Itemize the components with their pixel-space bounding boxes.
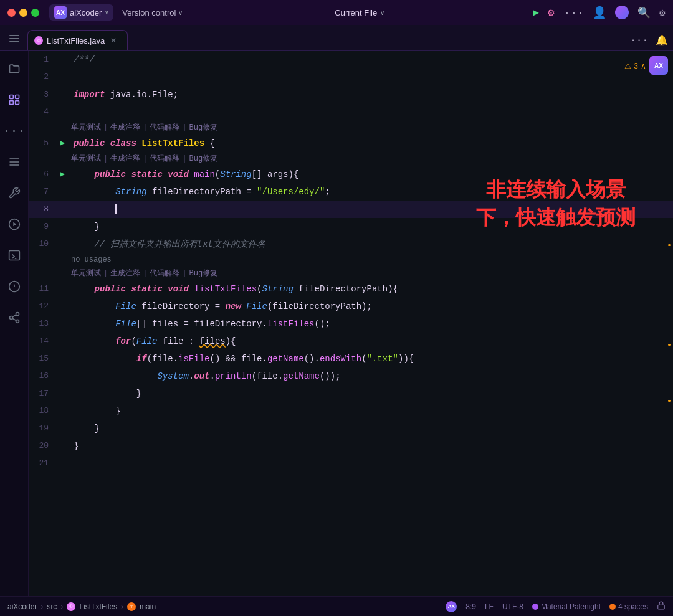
line-content-8 (71, 201, 673, 218)
line-num-16: 16 (29, 367, 59, 385)
line-num-18: 18 (29, 402, 59, 420)
line-content-16: System.out.println(file.getName()); (71, 367, 673, 385)
code-line-2: 2 (29, 69, 673, 86)
run-icon[interactable]: ▶ (533, 6, 539, 19)
close-button[interactable] (7, 9, 16, 17)
status-encoding[interactable]: UTF-8 (502, 602, 523, 611)
run-button-6[interactable]: ▶ (60, 166, 69, 174)
gutter-5[interactable]: ▶ (59, 135, 71, 143)
line-num-8: 8 (29, 201, 59, 218)
annotation-link-unit-test-5[interactable]: 单元测试 (71, 121, 101, 135)
annotation-link-explain-6[interactable]: 代码解释 (150, 152, 179, 166)
annotation-link-explain-10[interactable]: 代码解释 (150, 267, 179, 280)
svg-point-18 (9, 316, 12, 320)
sidebar-item-terminal[interactable] (4, 245, 24, 265)
sidebar-item-problems[interactable] (4, 277, 24, 296)
search-icon[interactable]: 🔍 (637, 6, 651, 19)
code-area[interactable]: ⚠ 3 ∧ ∨ 1 /**/ 2 3 import java.io (29, 51, 673, 472)
svg-rect-5 (9, 101, 13, 105)
sidebar-item-folder[interactable] (4, 59, 24, 78)
sidebar-item-structure[interactable] (4, 90, 24, 110)
nav-up-icon[interactable]: ∧ (641, 57, 646, 75)
annotation-link-gen-comment-5[interactable]: 生成注释 (110, 121, 140, 135)
theme-color-dot (532, 604, 538, 610)
aixcoder-avatar-badge[interactable]: AX (649, 56, 668, 75)
titlebar-center: Current File ∨ (191, 6, 528, 19)
status-indent[interactable]: 4 spaces (609, 602, 648, 611)
settings-icon[interactable]: ⚙ (659, 6, 666, 19)
annotation-link-unit-test-6[interactable]: 单元测试 (71, 152, 101, 166)
gutter-6[interactable]: ▶ (59, 166, 71, 174)
sidebar-toggle-icon[interactable] (5, 29, 24, 48)
code-line-14: 14 for(File file : files){ (29, 333, 673, 350)
aixcoder-status-badge[interactable]: AX (446, 601, 457, 612)
more-menu-icon[interactable]: ··· (563, 6, 584, 20)
svg-point-19 (16, 320, 19, 323)
more-tabs-icon[interactable]: ··· (630, 35, 648, 46)
status-right: AX 8:9 LF UTF-8 Material Palenight 4 spa… (446, 601, 666, 612)
annotation-link-unit-test-10[interactable]: 单元测试 (71, 267, 101, 280)
annotation-row-6: 单元测试 | 生成注释 | 代码解释 | Bug修复 (29, 152, 673, 166)
user-avatar[interactable] (615, 6, 629, 19)
tab-list-txt-files[interactable]: © ListTxtFiles.java ✕ (27, 30, 128, 50)
code-line-7: 7 String fileDirectoryPath = "/Users/edy… (29, 183, 673, 201)
annotation-link-bug-fix-10[interactable]: Bug修复 (189, 267, 218, 280)
annotation-link-explain-5[interactable]: 代码解释 (150, 121, 179, 135)
svg-rect-2 (9, 41, 19, 42)
line-num-17: 17 (29, 385, 59, 402)
version-control-button[interactable]: Version control ∨ (118, 6, 186, 19)
debug-icon[interactable]: ⚙ (548, 6, 555, 19)
line-content-10: // 扫描文件夹并输出所有txt文件的文件名 (71, 235, 673, 253)
line-num-12: 12 (29, 298, 59, 315)
app-brand-button[interactable]: AX aiXcoder ∨ (49, 4, 113, 21)
status-theme[interactable]: Material Palenight (532, 602, 601, 611)
code-line-8[interactable]: 8 (29, 201, 673, 218)
tab-close-button[interactable]: ✕ (108, 36, 118, 45)
app-chevron-icon: ∨ (105, 9, 108, 16)
user-icon[interactable]: 👤 (593, 6, 606, 19)
maximize-button[interactable] (31, 9, 39, 17)
svg-rect-1 (9, 38, 19, 39)
code-line-15: 15 if(file.isFile() && file.getName().en… (29, 350, 673, 367)
version-chevron-icon: ∨ (178, 9, 183, 16)
sidebar-item-list[interactable] (4, 152, 24, 172)
sidebar-item-build[interactable] (4, 183, 24, 203)
breadcrumb-method-icon: m (127, 602, 136, 611)
code-line-5: 5 ▶ public class ListTxtFiles { (29, 135, 673, 152)
code-editor[interactable]: ⚠ 3 ∧ ∨ 1 /**/ 2 3 import java.io (29, 51, 673, 596)
annotation-link-bug-fix-5[interactable]: Bug修复 (189, 121, 218, 135)
status-lf[interactable]: LF (485, 602, 494, 611)
annotation-link-gen-comment-6[interactable]: 生成注释 (110, 152, 140, 166)
code-line-6: 6 ▶ public static void main(String[] arg… (29, 166, 673, 183)
svg-line-20 (12, 318, 16, 320)
line-content-18: } (71, 402, 673, 420)
code-line-17: 17 } (29, 385, 673, 402)
annotation-link-bug-fix-6[interactable]: Bug修复 (189, 152, 218, 166)
notification-icon[interactable]: 🔔 (656, 34, 668, 47)
annotation-row-10a: no usages (29, 253, 673, 267)
sidebar-item-git[interactable] (4, 308, 24, 328)
line-content-5: public class ListTxtFiles { (71, 135, 673, 152)
line-num-14: 14 (29, 333, 59, 350)
current-file-button[interactable]: Current File ∨ (330, 6, 389, 19)
annotation-link-gen-comment-10[interactable]: 生成注释 (110, 267, 140, 280)
app-logo: AX (54, 6, 67, 19)
code-line-3: 3 import java.io.File; (29, 86, 673, 103)
line-content-15: if(file.isFile() && file.getName().endsW… (71, 350, 673, 367)
traffic-lights (7, 9, 39, 17)
run-button-5[interactable]: ▶ (60, 135, 69, 143)
line-content-19: } (71, 420, 673, 437)
line-content-9: } (71, 218, 673, 235)
status-lock[interactable] (657, 601, 666, 612)
code-line-13: 13 File[] files = fileDirectory.listFile… (29, 315, 673, 333)
line-num-1: 1 (29, 51, 59, 69)
sidebar-item-more[interactable]: ··· (4, 121, 24, 141)
line-num-4: 4 (29, 103, 59, 121)
code-line-4: 4 (29, 103, 673, 121)
warning-icon: ⚠ (624, 57, 631, 75)
minimize-button[interactable] (19, 9, 27, 17)
file-type-icon: © (34, 36, 43, 45)
status-position[interactable]: 8:9 (465, 602, 476, 611)
indent-dot (609, 604, 616, 610)
sidebar-item-run[interactable] (4, 214, 24, 234)
